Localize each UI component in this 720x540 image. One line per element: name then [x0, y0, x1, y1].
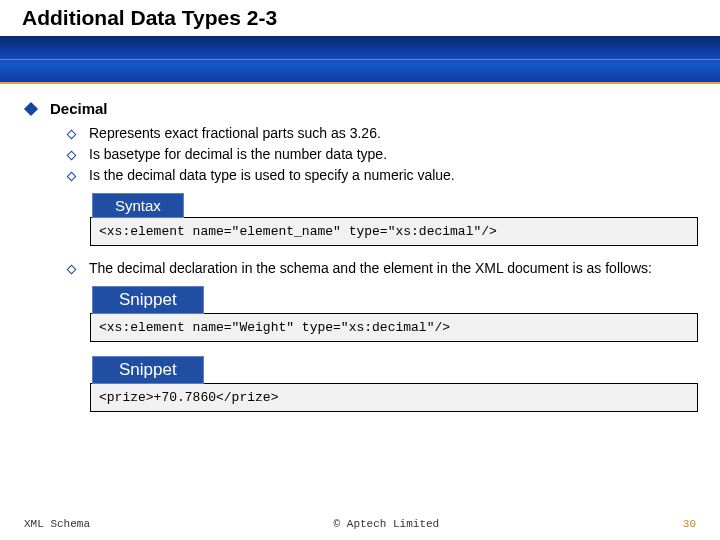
code-snippet-2: <prize>+70.7860</prize>	[90, 383, 698, 412]
footer-left: XML Schema	[24, 518, 90, 530]
list-item: Represents exact fractional parts such a…	[68, 125, 698, 141]
snippet-block-1: Snippet <xs:element name="Weight" type="…	[90, 286, 698, 342]
title-bar: Additional Data Types 2-3	[0, 0, 720, 36]
footer-center: © Aptech Limited	[334, 518, 440, 530]
bullet-text: The decimal declaration in the schema an…	[89, 260, 652, 276]
content-area: Decimal Represents exact fractional part…	[0, 84, 720, 412]
diamond-bullet-icon	[24, 102, 38, 116]
syntax-block: Syntax <xs:element name="element_name" t…	[90, 193, 698, 246]
code-snippet-1: <xs:element name="Weight" type="xs:decim…	[90, 313, 698, 342]
snippet-label: Snippet	[92, 286, 204, 314]
diamond-outline-icon	[67, 172, 77, 182]
code-syntax: <xs:element name="element_name" type="xs…	[90, 217, 698, 246]
section-heading: Decimal	[26, 100, 698, 117]
list-item: Is the decimal data type is used to spec…	[68, 167, 698, 183]
slide-title: Additional Data Types 2-3	[0, 0, 720, 30]
syntax-label: Syntax	[92, 193, 184, 218]
diamond-outline-icon	[67, 151, 77, 161]
sublist: Represents exact fractional parts such a…	[68, 125, 698, 183]
section-label: Decimal	[50, 100, 108, 117]
page-number: 30	[683, 518, 696, 530]
snippet-label: Snippet	[92, 356, 204, 384]
footer: XML Schema © Aptech Limited 30	[0, 518, 720, 530]
bullet-text: Is the decimal data type is used to spec…	[89, 167, 455, 183]
list-item: Is basetype for decimal is the number da…	[68, 146, 698, 162]
header-band	[0, 36, 720, 84]
sublist: The decimal declaration in the schema an…	[68, 260, 698, 276]
diamond-outline-icon	[67, 130, 77, 140]
list-item: The decimal declaration in the schema an…	[68, 260, 698, 276]
bullet-text: Represents exact fractional parts such a…	[89, 125, 381, 141]
bullet-text: Is basetype for decimal is the number da…	[89, 146, 387, 162]
diamond-outline-icon	[67, 265, 77, 275]
snippet-block-2: Snippet <prize>+70.7860</prize>	[90, 356, 698, 412]
